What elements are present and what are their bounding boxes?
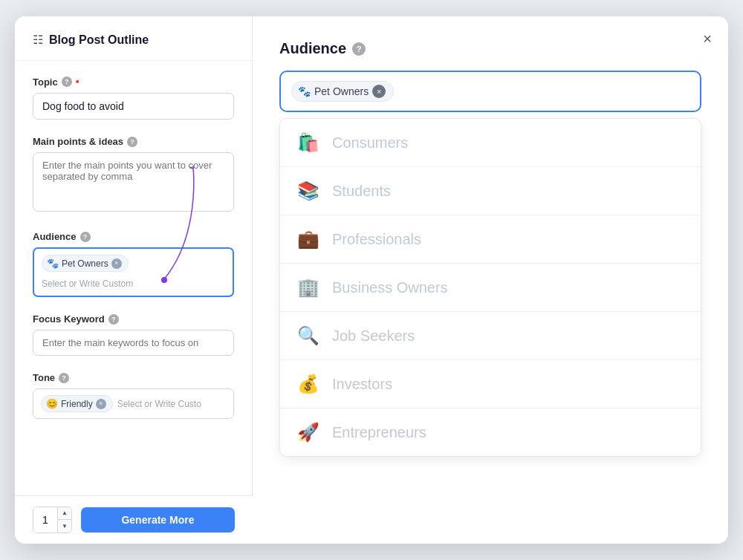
focus-keyword-help-icon[interactable]: ? bbox=[108, 314, 119, 325]
dropdown-item-emoji: 🏢 bbox=[295, 277, 322, 298]
outline-icon: ☷ bbox=[33, 33, 43, 47]
generate-button[interactable]: Generate More bbox=[81, 507, 235, 533]
audience-dropdown: 🛍️Consumers📚Students💼Professionals🏢Busin… bbox=[279, 118, 701, 457]
search-tag-emoji: 🐾 bbox=[298, 85, 311, 97]
bottom-bar: ▲ ▼ Generate More bbox=[15, 495, 253, 544]
topic-input[interactable] bbox=[33, 93, 234, 120]
audience-field-box[interactable]: 🐾 Pet Owners × Select or Write Custom bbox=[33, 247, 234, 297]
main-points-label: Main points & ideas ? bbox=[33, 136, 234, 147]
tone-help-icon[interactable]: ? bbox=[59, 373, 69, 383]
tone-label: Tone ? bbox=[33, 372, 234, 383]
stepper-input[interactable] bbox=[33, 507, 57, 533]
dropdown-item-label: Students bbox=[332, 183, 391, 200]
friendly-tag: 😊 Friendly × bbox=[41, 395, 113, 412]
topic-help-icon[interactable]: ? bbox=[62, 76, 72, 87]
audience-title-help[interactable]: ? bbox=[352, 42, 366, 56]
dropdown-item-emoji: 📚 bbox=[295, 180, 322, 201]
pet-owners-label: Pet Owners bbox=[62, 258, 108, 269]
main-points-help-icon[interactable]: ? bbox=[127, 137, 137, 147]
dropdown-item-emoji: 🚀 bbox=[295, 422, 322, 443]
stepper-up[interactable]: ▲ bbox=[58, 507, 71, 520]
focus-keyword-label: Focus Keyword ? bbox=[33, 313, 234, 325]
close-button[interactable]: × bbox=[700, 28, 715, 49]
stepper-buttons: ▲ ▼ bbox=[57, 507, 71, 533]
dropdown-item-emoji: 💰 bbox=[295, 374, 322, 394]
dropdown-item-emoji: 🛍️ bbox=[295, 132, 322, 153]
audience-help-icon[interactable]: ? bbox=[80, 232, 91, 242]
dropdown-wrapper: 🛍️Consumers📚Students💼Professionals🏢Busin… bbox=[279, 118, 701, 457]
pet-owners-emoji: 🐾 bbox=[47, 258, 59, 269]
pet-owners-tag: 🐾 Pet Owners × bbox=[42, 255, 129, 272]
main-points-field-group: Main points & ideas ? bbox=[33, 136, 234, 215]
focus-keyword-field-group: Focus Keyword ? bbox=[33, 313, 234, 356]
dropdown-item[interactable]: 🚀Entrepreneurs bbox=[280, 408, 701, 456]
topic-field-group: Topic ? • bbox=[33, 76, 234, 120]
friendly-emoji: 😊 bbox=[46, 398, 58, 409]
main-points-textarea[interactable] bbox=[33, 152, 234, 212]
panel-title: Blog Post Outline bbox=[49, 33, 149, 47]
topic-required: • bbox=[76, 76, 80, 88]
dropdown-item-label: Investors bbox=[332, 376, 392, 393]
focus-keyword-input[interactable] bbox=[33, 330, 234, 356]
stepper-down[interactable]: ▼ bbox=[58, 520, 71, 533]
dropdown-item[interactable]: 🛍️Consumers bbox=[280, 119, 701, 167]
dropdown-item[interactable]: 📚Students bbox=[280, 167, 701, 215]
tone-box[interactable]: 😊 Friendly × Select or Write Custo bbox=[33, 388, 234, 419]
panel-header: ☷ Blog Post Outline bbox=[15, 16, 252, 61]
search-tag-remove[interactable]: × bbox=[372, 85, 386, 98]
tone-field-group: Tone ? 😊 Friendly × Select or Write Cust… bbox=[33, 372, 234, 419]
tone-custom-text: Select or Write Custo bbox=[117, 399, 201, 409]
dropdown-item[interactable]: 🔍Job Seekers bbox=[280, 312, 701, 360]
dropdown-item-label: Job Seekers bbox=[332, 328, 415, 345]
dropdown-item[interactable]: 🏢Business Owners bbox=[280, 264, 701, 312]
dropdown-item-label: Consumers bbox=[332, 134, 408, 152]
dropdown-item-emoji: 💼 bbox=[295, 229, 322, 250]
dropdown-item[interactable]: 💰Investors bbox=[280, 360, 701, 408]
topic-label: Topic ? • bbox=[33, 76, 234, 88]
audience-tag-row: 🐾 Pet Owners × bbox=[42, 255, 225, 272]
left-panel: ☷ Blog Post Outline Topic ? • Main point… bbox=[15, 16, 253, 544]
friendly-label: Friendly bbox=[61, 399, 93, 409]
right-panel: Audience ? 🐾 Pet Owners × 🛍️Consumers📚St… bbox=[253, 16, 728, 544]
search-tag-label: Pet Owners bbox=[314, 85, 369, 97]
dropdown-item-label: Entrepreneurs bbox=[332, 424, 426, 441]
dropdown-item-emoji: 🔍 bbox=[295, 325, 322, 346]
number-stepper[interactable]: ▲ ▼ bbox=[33, 507, 72, 533]
left-content: Topic ? • Main points & ideas ? Audience… bbox=[15, 61, 252, 544]
dropdown-item[interactable]: 💼Professionals bbox=[280, 215, 701, 264]
pet-owners-remove[interactable]: × bbox=[111, 258, 122, 269]
dropdown-item-label: Business Owners bbox=[332, 279, 448, 296]
audience-panel-title: Audience ? bbox=[279, 40, 701, 57]
audience-search-tag: 🐾 Pet Owners × bbox=[291, 81, 394, 102]
audience-field-group: Audience ? 🐾 Pet Owners × Select or Writ… bbox=[33, 231, 234, 297]
modal: × ☷ Blog Post Outline Topic ? • Main poi… bbox=[15, 16, 728, 544]
audience-search-box[interactable]: 🐾 Pet Owners × bbox=[279, 71, 701, 112]
dropdown-item-label: Professionals bbox=[332, 231, 421, 248]
friendly-remove[interactable]: × bbox=[96, 399, 106, 409]
audience-custom-text: Select or Write Custom bbox=[42, 279, 133, 289]
audience-label: Audience ? bbox=[33, 231, 234, 242]
